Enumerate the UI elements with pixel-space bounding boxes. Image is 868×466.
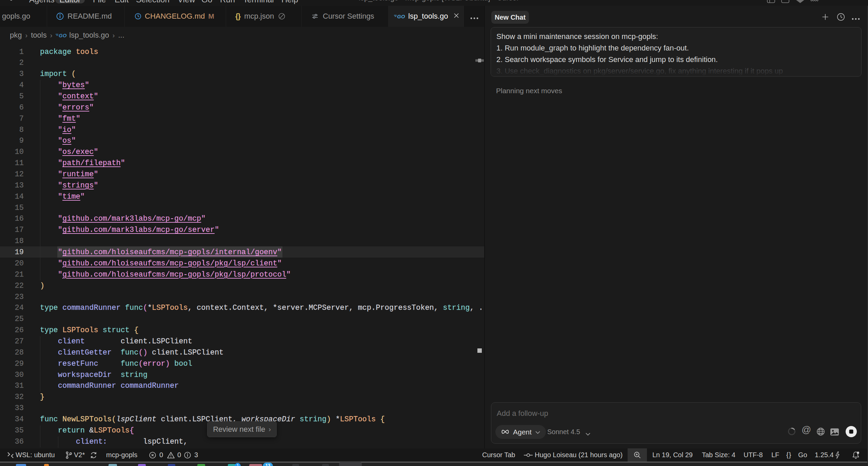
svg-text:GO: GO <box>397 14 405 19</box>
svg-text:GO: GO <box>59 32 67 38</box>
